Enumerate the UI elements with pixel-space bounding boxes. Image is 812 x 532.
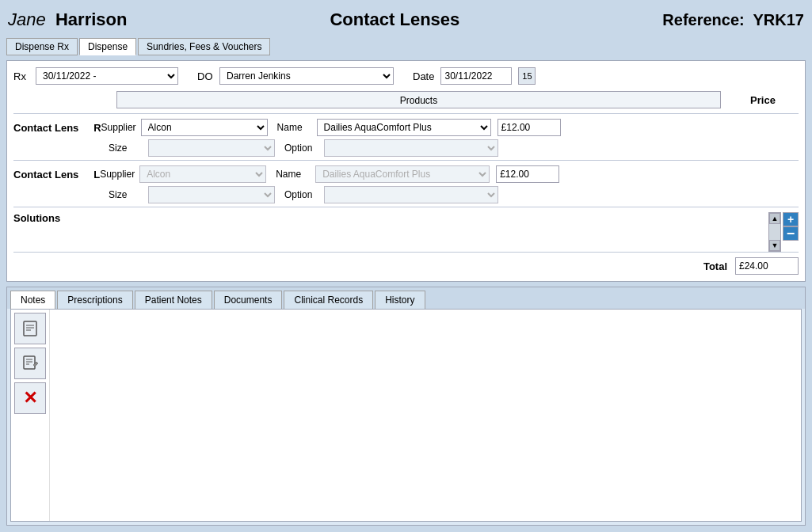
- contact-lens-label-r: Contact Lens R: [13, 122, 101, 134]
- contact-lens-right-row1: Contact Lens R Supplier Alcon Name Daili…: [13, 119, 799, 136]
- solutions-section: Solutions ▲ ▼ + −: [13, 207, 799, 252]
- name-dropdown-r[interactable]: Dailies AquaComfort Plus: [317, 119, 491, 136]
- tab-prescriptions[interactable]: Prescriptions: [57, 291, 132, 309]
- edit-note-icon: [21, 354, 40, 373]
- tab-documents[interactable]: Documents: [214, 291, 283, 309]
- rx-label: Rx: [13, 70, 29, 82]
- solutions-scrollbar: ▲ ▼: [768, 212, 781, 252]
- contact-lens-right-row2: Size Option: [109, 139, 799, 157]
- notes-text-area[interactable]: [50, 310, 801, 521]
- delete-note-button[interactable]: ✕: [14, 382, 46, 414]
- action-buttons: ✕: [11, 310, 50, 521]
- reference: Reference: YRK17: [662, 11, 804, 29]
- tab-dispense[interactable]: Dispense: [79, 38, 136, 55]
- total-field[interactable]: [735, 257, 799, 275]
- supplier-label-r: Supplier: [101, 122, 141, 133]
- supplier-label-l: Supplier: [100, 169, 139, 180]
- tab-patient-notes[interactable]: Patient Notes: [135, 291, 212, 309]
- bottom-tabs: Notes Prescriptions Patient Notes Docume…: [7, 287, 805, 309]
- tab-notes[interactable]: Notes: [10, 291, 55, 309]
- add-solution-button[interactable]: +: [783, 212, 799, 226]
- do-label: DO: [197, 70, 213, 82]
- contact-lens-label-l: Contact Lens L: [13, 169, 100, 180]
- total-label: Total: [703, 260, 727, 272]
- supplier-dropdown-l[interactable]: Alcon: [139, 165, 266, 183]
- date-picker-button[interactable]: 15: [518, 67, 536, 85]
- tab-dispense-rx[interactable]: Dispense Rx: [6, 38, 78, 55]
- tab-sundries[interactable]: Sundries, Fees & Vouchers: [138, 38, 270, 55]
- name-label-l: Name: [276, 169, 315, 180]
- supplier-dropdown-r[interactable]: Alcon: [141, 119, 268, 136]
- size-label-r: Size: [109, 142, 148, 154]
- reference-value: YRK17: [753, 11, 804, 28]
- price-header: Price: [727, 94, 799, 106]
- page-title: Contact Lenses: [330, 10, 459, 30]
- top-tabs: Dispense Rx Dispense Sundries, Fees & Vo…: [6, 38, 806, 55]
- svg-rect-4: [24, 356, 35, 369]
- solutions-controls: ▲ ▼ + −: [768, 212, 799, 252]
- new-note-button[interactable]: [14, 313, 46, 344]
- main-container: Jane Harrison Contact Lenses Reference: …: [0, 0, 812, 532]
- price-field-l[interactable]: [496, 165, 559, 183]
- edit-note-button[interactable]: [14, 348, 46, 379]
- patient-name: Jane Harrison: [8, 10, 127, 30]
- main-panel: Rx 30/11/2022 - DO Darren Jenkins Date 1…: [6, 60, 806, 282]
- header: Jane Harrison Contact Lenses Reference: …: [6, 6, 806, 33]
- products-bar: Products Price: [13, 91, 799, 108]
- contact-lens-left-row1: Contact Lens L Supplier Alcon Name Daili…: [13, 165, 799, 183]
- contact-lens-left-section: Contact Lens L Supplier Alcon Name Daili…: [13, 160, 799, 203]
- svg-marker-8: [33, 362, 38, 367]
- price-field-r[interactable]: [497, 119, 561, 136]
- tab-history[interactable]: History: [375, 291, 425, 309]
- reference-label: Reference:: [662, 11, 744, 28]
- size-dropdown-r[interactable]: [148, 139, 275, 157]
- size-label-l: Size: [109, 189, 148, 200]
- option-label-r: Option: [284, 142, 324, 154]
- option-dropdown-l[interactable]: [324, 186, 498, 203]
- rx-do-date-row: Rx 30/11/2022 - DO Darren Jenkins Date 1…: [13, 67, 799, 85]
- option-dropdown-r[interactable]: [324, 139, 498, 157]
- new-note-icon: [21, 319, 40, 338]
- scroll-down-arrow[interactable]: ▼: [769, 240, 780, 251]
- add-remove-controls: + −: [783, 212, 799, 241]
- rx-dropdown[interactable]: 30/11/2022 -: [36, 67, 178, 85]
- patient-last-name: Harrison: [55, 10, 127, 29]
- contact-lens-left-row2: Size Option: [109, 186, 799, 203]
- tab-clinical-records[interactable]: Clinical Records: [284, 291, 373, 309]
- option-label-l: Option: [284, 189, 324, 200]
- notes-textarea[interactable]: [53, 313, 798, 518]
- do-dropdown[interactable]: Darren Jenkins: [219, 67, 394, 85]
- size-dropdown-l[interactable]: [148, 186, 275, 203]
- svg-rect-0: [24, 321, 36, 336]
- remove-solution-button[interactable]: −: [783, 226, 799, 241]
- products-button[interactable]: Products: [116, 91, 721, 108]
- patient-first-name: Jane: [8, 10, 46, 29]
- total-row: Total: [13, 252, 799, 275]
- name-label-r: Name: [277, 122, 317, 133]
- bottom-panel: Notes Prescriptions Patient Notes Docume…: [6, 287, 806, 526]
- contact-lens-right-section: Contact Lens R Supplier Alcon Name Daili…: [13, 113, 799, 157]
- solutions-label: Solutions: [13, 212, 60, 224]
- bottom-content: ✕: [10, 309, 802, 522]
- date-label: Date: [413, 70, 434, 82]
- name-dropdown-l[interactable]: Dailies AquaComfort Plus: [315, 165, 490, 183]
- date-input[interactable]: [440, 67, 512, 85]
- scroll-up-arrow[interactable]: ▲: [769, 213, 780, 224]
